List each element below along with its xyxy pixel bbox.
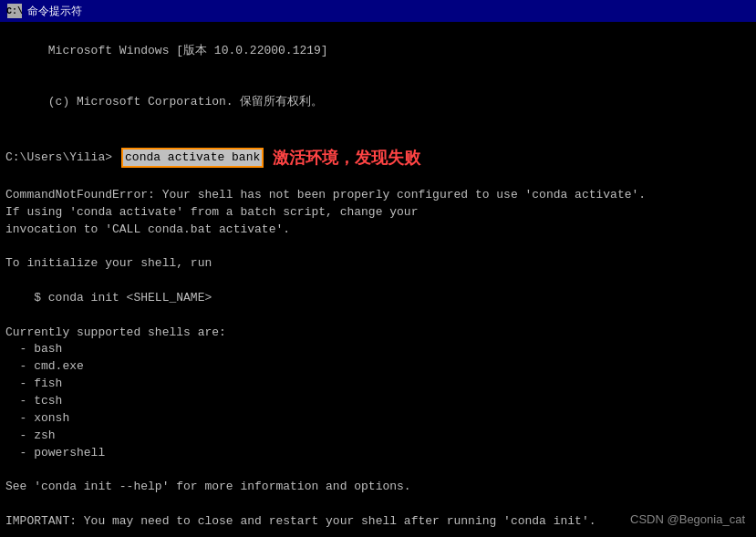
watermark: CSDN @Begonia_cat bbox=[630, 511, 745, 528]
annotation-1: 激活环境，发现失败 bbox=[273, 146, 420, 170]
prompt-1: C:\Users\Yilia> bbox=[5, 150, 112, 167]
shell-powershell: - powershell bbox=[5, 445, 751, 462]
shell-xonsh: - xonsh bbox=[5, 410, 751, 428]
line-1: Microsoft Windows [版本 10.0.22000.1219] bbox=[5, 26, 751, 77]
cmd-highlight-1: conda activate bank bbox=[121, 148, 264, 169]
shell-tcsh: - tcsh bbox=[5, 393, 751, 410]
error-line-2: If using 'conda activate' from a batch s… bbox=[5, 204, 751, 222]
blank-1 bbox=[5, 129, 751, 146]
console-body: Microsoft Windows [版本 10.0.22000.1219] (… bbox=[0, 22, 756, 537]
shell-zsh: - zsh bbox=[5, 428, 751, 445]
title-bar: C:\ 命令提示符 bbox=[0, 0, 756, 22]
blank-4 bbox=[5, 273, 751, 290]
shell-cmd: - cmd.exe bbox=[5, 358, 751, 376]
info-2: $ conda init <SHELL_NAME> bbox=[5, 290, 751, 307]
error-line-1: CommandNotFoundError: Your shell has not… bbox=[5, 187, 751, 204]
shell-fish: - fish bbox=[5, 376, 751, 393]
window-title: 命令提示符 bbox=[27, 4, 82, 19]
blank-3 bbox=[5, 238, 751, 255]
blank-2 bbox=[5, 170, 751, 187]
error-line-3: invocation to 'CALL conda.bat activate'. bbox=[5, 222, 751, 239]
see-help: See 'conda init --help' for more informa… bbox=[5, 479, 751, 496]
cmd-activate-bank-line: C:\Users\Yilia>conda activate bank 激活环境，… bbox=[5, 146, 751, 170]
blank-6 bbox=[5, 461, 751, 479]
info-3: Currently supported shells are: bbox=[5, 325, 751, 342]
info-1: To initialize your shell, run bbox=[5, 255, 751, 273]
cmd-window: C:\ 命令提示符 Microsoft Windows [版本 10.0.220… bbox=[0, 0, 756, 537]
window-icon: C:\ bbox=[7, 4, 22, 18]
line-2: (c) Microsoft Corporation. 保留所有权利。 bbox=[5, 77, 751, 129]
shell-bash: - bash bbox=[5, 341, 751, 358]
blank-5 bbox=[5, 307, 751, 325]
